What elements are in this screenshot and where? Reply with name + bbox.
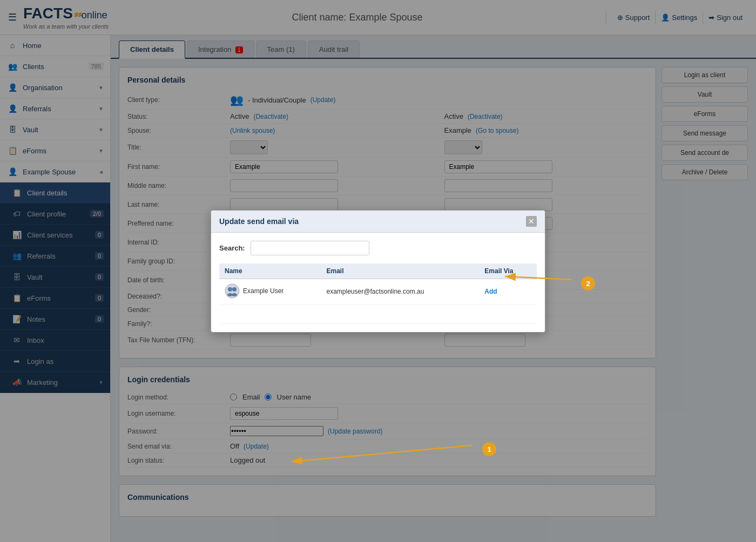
update-send-email-modal: Update send email via ✕ Search: Name Ema…	[211, 210, 545, 333]
modal-header: Update send email via ✕	[211, 211, 545, 233]
row-email-cell: exampleuser@factsonline.com.au	[321, 279, 480, 304]
modal-search-input[interactable]	[251, 241, 369, 255]
row-action-cell[interactable]: Add	[479, 279, 537, 304]
col-name-header: Name	[219, 263, 321, 279]
modal-search-label: Search:	[219, 244, 245, 252]
add-link[interactable]: Add	[484, 288, 497, 295]
svg-point-8	[232, 293, 237, 296]
row-name-cell: Example User	[219, 279, 321, 304]
table-row: Example User exampleuser@factsonline.com…	[219, 279, 537, 304]
col-email-header: Email	[321, 263, 480, 279]
modal-overlay[interactable]: Update send email via ✕ Search: Name Ema…	[0, 0, 756, 542]
empty-row	[219, 304, 537, 323]
modal-search: Search:	[219, 241, 537, 255]
svg-point-5	[228, 287, 232, 292]
modal-table-header: Name Email Email Via	[219, 263, 537, 279]
modal-table: Name Email Email Via	[219, 263, 537, 324]
svg-point-4	[225, 284, 239, 298]
row-avatar-icon: Example User	[225, 283, 284, 299]
col-email-via-header: Email Via	[479, 263, 537, 279]
modal-close-button[interactable]: ✕	[526, 216, 537, 227]
modal-title: Update send email via	[219, 217, 299, 226]
svg-point-6	[232, 287, 237, 292]
modal-body: Search: Name Email Email Via	[211, 233, 545, 332]
